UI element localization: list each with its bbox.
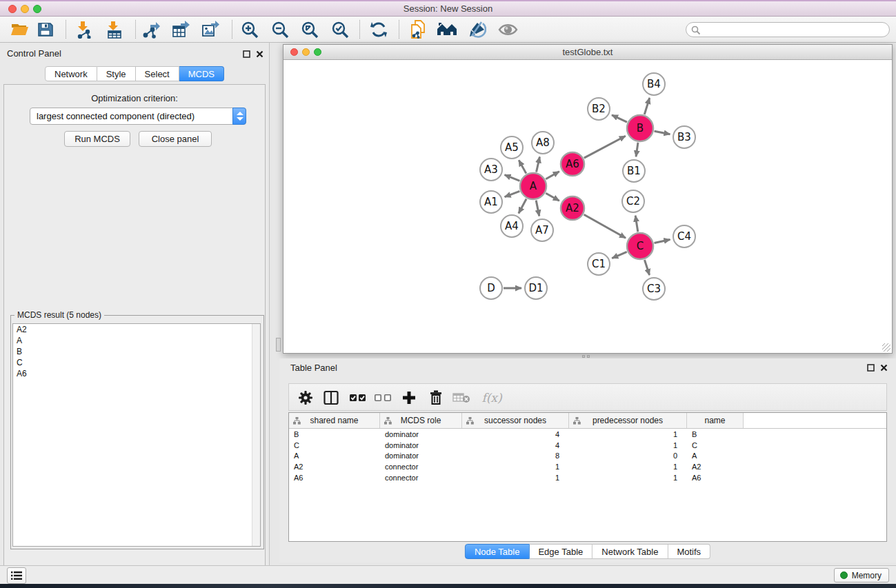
- refresh-icon[interactable]: [368, 19, 389, 40]
- graph-edge-B-B3[interactable]: [655, 131, 670, 134]
- graph-edge-C-C4[interactable]: [655, 239, 670, 243]
- new-network-from-selection-icon[interactable]: [409, 19, 430, 40]
- graph-edge-A-A5[interactable]: [519, 160, 526, 173]
- table-float-panel-icon[interactable]: [866, 363, 875, 372]
- column-settings-gear-icon[interactable]: [295, 387, 317, 409]
- tab-style[interactable]: Style: [97, 66, 136, 81]
- column-header-predecessor-nodes[interactable]: predecessor nodes: [569, 413, 687, 428]
- graph-edge-A-A1[interactable]: [505, 191, 520, 196]
- export-table-icon[interactable]: [170, 19, 191, 40]
- graph-node-B1[interactable]: B1: [623, 160, 645, 182]
- graph-node-C1[interactable]: C1: [588, 253, 610, 275]
- graph-node-B4[interactable]: B4: [643, 73, 665, 95]
- graph-node-C2[interactable]: C2: [622, 190, 644, 212]
- tab-node-table[interactable]: Node Table: [465, 544, 530, 559]
- export-image-icon[interactable]: [200, 19, 221, 40]
- graph-node-A6[interactable]: A6: [561, 152, 584, 176]
- mcds-result-list[interactable]: A2ABCA6: [12, 323, 261, 547]
- table-row[interactable]: A6connector11A6: [289, 472, 886, 483]
- export-network-icon[interactable]: [141, 19, 161, 40]
- zoom-in-icon[interactable]: [239, 19, 260, 40]
- graph-edge-A6-B[interactable]: [584, 136, 626, 158]
- mcds-result-item[interactable]: C: [13, 357, 260, 368]
- open-session-icon[interactable]: [9, 19, 30, 40]
- graph-node-A5[interactable]: A5: [501, 136, 523, 159]
- delete-column-icon[interactable]: [425, 387, 447, 409]
- window-resize-grip[interactable]: [882, 343, 890, 352]
- graph-node-A4[interactable]: A4: [501, 215, 523, 237]
- graph-edge-A-A3[interactable]: [505, 175, 520, 181]
- graph-node-D1[interactable]: D1: [525, 277, 547, 299]
- graph-edge-A-A4[interactable]: [519, 199, 526, 214]
- tab-network-table[interactable]: Network Table: [593, 544, 668, 559]
- graph-node-A3[interactable]: A3: [480, 159, 502, 181]
- close-panel-button[interactable]: Close panel: [139, 131, 212, 147]
- graph-node-A7[interactable]: A7: [531, 219, 553, 241]
- graph-node-C[interactable]: C: [627, 233, 653, 259]
- graph-edge-A-A6[interactable]: [546, 172, 559, 179]
- deselect-all-rows-icon[interactable]: [372, 387, 394, 409]
- save-session-icon[interactable]: [35, 19, 56, 40]
- memory-button[interactable]: Memory: [834, 568, 889, 582]
- table-row[interactable]: Cdominator41C: [289, 440, 886, 451]
- graph-edge-A-A2[interactable]: [546, 193, 559, 201]
- tab-edge-table[interactable]: Edge Table: [529, 544, 593, 559]
- graph-edge-B-B1[interactable]: [636, 143, 638, 156]
- task-history-button[interactable]: [7, 567, 26, 584]
- zoom-fit-icon[interactable]: [299, 19, 320, 40]
- graph-node-B2[interactable]: B2: [588, 98, 610, 120]
- select-all-rows-icon[interactable]: [347, 387, 369, 409]
- graph-node-B[interactable]: B: [627, 115, 653, 141]
- graph-edge-A-A7[interactable]: [536, 201, 539, 216]
- graph-node-C4[interactable]: C4: [673, 225, 695, 247]
- zoom-out-icon[interactable]: [270, 19, 290, 40]
- reset-view-icon[interactable]: [437, 19, 457, 40]
- table-close-panel-icon[interactable]: [879, 363, 888, 372]
- network-graph[interactable]: AA1A3A5A8A6A2A4A7BB2B4B3B1C2CC4C1C3DD1: [283, 60, 892, 353]
- tab-mcds[interactable]: MCDS: [179, 66, 224, 81]
- column-header-successor-nodes[interactable]: successor nodes: [462, 413, 569, 428]
- hide-annotations-icon[interactable]: [466, 19, 487, 40]
- graph-node-A8[interactable]: A8: [532, 132, 554, 154]
- table-row[interactable]: Adominator80A: [289, 450, 886, 461]
- graph-node-C3[interactable]: C3: [643, 278, 665, 300]
- table-row[interactable]: Bdominator41B: [289, 429, 886, 440]
- table-row[interactable]: A2connector11A2: [289, 461, 886, 472]
- graph-node-B3[interactable]: B3: [673, 126, 695, 148]
- splitter-handle-vertical[interactable]: [276, 338, 281, 352]
- close-panel-icon[interactable]: [255, 49, 264, 59]
- graph-node-A[interactable]: A: [520, 173, 546, 199]
- splitter-handle-horizontal[interactable]: [582, 355, 590, 358]
- result-scrollbar[interactable]: [252, 324, 260, 546]
- graph-node-A1[interactable]: A1: [480, 191, 502, 213]
- network-canvas[interactable]: AA1A3A5A8A6A2A4A7BB2B4B3B1C2CC4C1C3DD1: [283, 60, 892, 353]
- delete-table-icon[interactable]: [450, 387, 472, 409]
- graph-node-D[interactable]: D: [480, 277, 502, 299]
- mcds-result-item[interactable]: A: [13, 335, 260, 346]
- column-header-name[interactable]: name: [687, 413, 744, 428]
- import-network-icon[interactable]: [74, 19, 94, 40]
- column-header-mcds-role[interactable]: MCDS role: [380, 413, 462, 428]
- show-graphics-details-icon[interactable]: [497, 19, 518, 40]
- tab-motifs[interactable]: Motifs: [668, 544, 710, 559]
- toggle-panel-columns-icon[interactable]: [320, 387, 342, 409]
- node-table[interactable]: shared name MCDS role successor nodes pr…: [288, 412, 887, 542]
- graph-edge-C-C1[interactable]: [612, 252, 626, 258]
- search-input[interactable]: [686, 22, 890, 37]
- tab-select[interactable]: Select: [136, 66, 179, 81]
- float-panel-icon[interactable]: [241, 49, 251, 59]
- graph-edge-A2-C[interactable]: [584, 214, 626, 238]
- mcds-result-item[interactable]: A2: [13, 324, 260, 335]
- graph-edge-B-B2[interactable]: [612, 115, 627, 122]
- add-column-icon[interactable]: [398, 387, 420, 409]
- run-mcds-button[interactable]: Run MCDS: [64, 131, 130, 147]
- zoom-selected-icon[interactable]: [330, 19, 350, 40]
- graph-edge-C-C3[interactable]: [644, 260, 649, 275]
- network-window-titlebar[interactable]: testGlobe.txt: [283, 45, 892, 60]
- graph-edge-A-A8[interactable]: [537, 156, 540, 172]
- import-table-icon[interactable]: [104, 19, 125, 40]
- graph-edge-C-C2[interactable]: [635, 216, 638, 232]
- function-builder-icon[interactable]: f(x): [477, 387, 507, 409]
- mcds-result-item[interactable]: B: [13, 346, 260, 357]
- tab-network[interactable]: Network: [45, 66, 97, 81]
